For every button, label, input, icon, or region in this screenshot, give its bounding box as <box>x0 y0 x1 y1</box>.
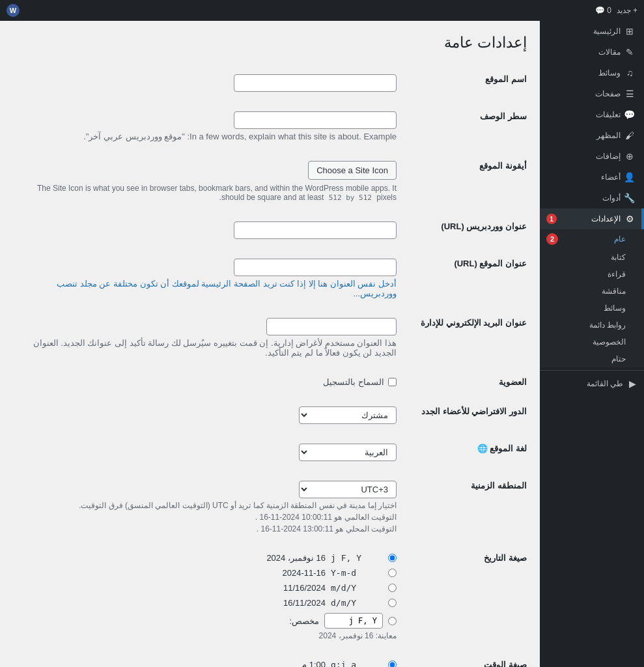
general-badge: 2 <box>546 233 558 245</box>
timezone-select[interactable]: UTC+3 UTC UTC+1 UTC+2 <box>299 481 397 498</box>
site-icon-description: The Site Icon is what you see in browser… <box>13 184 397 202</box>
sidebar-label-users: أعضاء <box>601 173 621 182</box>
date-format-code-3: m/d/Y <box>331 583 383 593</box>
sidebar-item-tools[interactable]: 🔧 أدوات <box>540 188 644 208</box>
sidebar-item-users[interactable]: 👤 أعضاء <box>540 167 644 188</box>
posts-icon: ✎ <box>624 47 635 57</box>
membership-checkbox-label: السماح بالتسجيل <box>323 377 384 387</box>
admin-email-cell: هذا العنوان مستخدم لأغراض إدارية. إن قمت… <box>13 308 397 367</box>
date-radio-input-3[interactable] <box>388 584 397 592</box>
date-custom-label: مخصص: <box>289 616 319 626</box>
wp-logo[interactable]: W <box>7 4 20 17</box>
site-url-link[interactable]: أدخل نفس العنوان هنا إلا إذا كنت تريد ال… <box>57 279 397 298</box>
date-radio-input-2[interactable] <box>388 569 397 577</box>
wordpress-url-label: عنوان ووردبريس (URL) <box>397 212 527 249</box>
sidebar-item-plugins[interactable]: ⊕ إضافات <box>540 146 644 167</box>
admin-menu: ⊞ الرئيسية ✎ مقالات ♫ وسائط ☰ صفحات 💬 تع… <box>540 21 644 667</box>
date-radio-4: d/m/Y 16/11/2024 <box>13 598 397 608</box>
date-format-radio-group: j F, Y 16 نوفمبر، 2024 Y-m-d 2024-11-16 <box>13 553 397 629</box>
language-row: لغة الموقع 🌐 العربية English <box>13 434 527 471</box>
default-role-select-wrap: مشترك مساهم كاتب محرر مدير <box>13 406 397 424</box>
default-role-select[interactable]: مشترك مساهم كاتب محرر مدير <box>299 406 397 424</box>
general-label: عام <box>562 234 626 244</box>
date-radio-input-custom[interactable] <box>388 617 397 625</box>
wordpress-url-row: عنوان ووردبريس (URL) <box>13 212 527 249</box>
submenu-reading[interactable]: قراءة <box>540 266 644 283</box>
site-url-description: أدخل نفس العنوان هنا إلا إذا كنت تريد ال… <box>13 279 397 298</box>
sidebar-item-pages[interactable]: ☰ صفحات <box>540 83 644 104</box>
site-name-row: اسم الموقع <box>13 64 527 102</box>
admin-email-row: عنوان البريد الإلكتروني للإدارة هذا العن… <box>13 308 527 367</box>
collapse-icon: ▶ <box>627 378 637 389</box>
collapse-label: طي القائمة <box>587 379 623 388</box>
admin-email-description: هذا العنوان مستخدم لأغراض إدارية. إن قمت… <box>13 338 397 358</box>
membership-label: العضوية <box>397 367 527 397</box>
language-select[interactable]: العربية English <box>299 444 397 461</box>
submenu-media[interactable]: وسائط <box>540 300 644 317</box>
settings-badge: 1 <box>546 214 557 224</box>
admin-email-input[interactable] <box>266 318 397 335</box>
default-role-cell: مشترك مساهم كاتب محرر مدير <box>13 397 397 434</box>
date-custom-input[interactable] <box>324 613 383 629</box>
sidebar-label-tools: أدوات <box>602 193 621 203</box>
sidebar-item-settings[interactable]: ⚙ الإعدادات 1 <box>540 208 644 229</box>
misc-label: حتام <box>611 354 626 363</box>
new-label: جديد <box>617 6 631 15</box>
timezone-label: المنطقه الزمنية <box>397 471 527 543</box>
date-format-value-4: 16/11/2024 <box>283 598 326 608</box>
notification-btn[interactable]: 0 💬 <box>595 6 611 15</box>
submenu-misc[interactable]: حتام <box>540 350 644 367</box>
collapse-menu-btn[interactable]: ▶ طي القائمة <box>540 373 644 394</box>
new-content-btn[interactable]: + جديد <box>617 6 637 15</box>
membership-row: العضوية السماح بالتسجيل <box>13 367 527 397</box>
tagline-row: سطر الوصف In a few words, explain what t… <box>13 102 527 151</box>
submenu-privacy[interactable]: الخصوصية <box>540 334 644 350</box>
site-url-input[interactable] <box>234 259 397 276</box>
comments-icon: 💬 <box>624 109 635 120</box>
main-content: إعدادات عامة اسم الموقع سطر الوص <box>0 21 540 667</box>
submenu-writing[interactable]: كتابة <box>540 249 644 266</box>
wordpress-url-input[interactable] <box>234 221 397 239</box>
default-role-row: الدور الافتراضي للأعضاء الجدد مشترك مساه… <box>13 397 527 434</box>
sidebar-item-comments[interactable]: 💬 تعليقات <box>540 104 644 125</box>
sidebar-item-dashboard[interactable]: ⊞ الرئيسية <box>540 21 644 42</box>
date-radio-input-1[interactable] <box>388 554 397 562</box>
time-format-radio-group: g:i a 1:00 م g:i A 1:00 مساءً <box>13 660 397 667</box>
submenu-discussion[interactable]: مناقشة <box>540 283 644 300</box>
sidebar-label-settings: الإعدادات <box>563 214 621 223</box>
date-radio-3: m/d/Y 11/16/2024 <box>13 583 397 593</box>
reading-label: قراءة <box>608 270 626 279</box>
site-name-input[interactable] <box>234 74 397 92</box>
size-code: 512 by 512 <box>326 193 374 203</box>
membership-checkbox[interactable] <box>388 378 397 386</box>
settings-wrap: إعدادات عامة اسم الموقع سطر الوص <box>13 34 527 667</box>
date-format-code-1: j F, Y <box>331 553 383 563</box>
sidebar-item-appearance[interactable]: 🖌 المظهر <box>540 125 644 146</box>
time-format-label: صيغة الوقت <box>397 650 527 667</box>
membership-checkbox-wrap: السماح بالتسجيل <box>13 377 397 387</box>
site-icon-label: أيقونة الموقع <box>397 151 527 212</box>
date-radio-input-4[interactable] <box>388 599 397 607</box>
submenu-general[interactable]: عام 2 <box>540 229 644 249</box>
admin-bar: + جديد 0 💬 W <box>0 0 644 21</box>
time-radio-1: g:i a 1:00 م <box>13 660 397 667</box>
users-icon: 👤 <box>624 172 635 182</box>
date-format-cell: j F, Y 16 نوفمبر، 2024 Y-m-d 2024-11-16 <box>13 543 397 650</box>
tagline-input[interactable] <box>234 111 397 129</box>
sidebar-item-posts[interactable]: ✎ مقالات <box>540 42 644 63</box>
plus-icon: + <box>633 6 637 15</box>
dashboard-icon: ⊞ <box>624 26 635 36</box>
choose-icon-button[interactable]: Choose a Site Icon <box>308 161 397 180</box>
membership-cell: السماح بالتسجيل <box>13 367 397 397</box>
date-custom-field-wrap <box>324 613 383 629</box>
tools-icon: 🔧 <box>624 193 635 203</box>
writing-label: كتابة <box>611 253 626 262</box>
submenu-permalinks[interactable]: روابط دائمة <box>540 317 644 334</box>
sidebar-item-media[interactable]: ♫ وسائط <box>540 63 644 83</box>
date-format-row: صيغة التاريخ j F, Y 16 نوفمبر، 2024 <box>13 543 527 650</box>
timezone-select-wrap: UTC+3 UTC UTC+1 UTC+2 <box>13 481 397 498</box>
timezone-row: المنطقه الزمنية UTC+3 UTC UTC+1 UTC+2 <box>13 471 527 543</box>
date-preview: معاينة: 16 نوفمبر، 2024 <box>13 631 397 640</box>
sidebar-label-appearance: المظهر <box>596 131 621 140</box>
time-radio-input-1[interactable] <box>388 660 397 667</box>
